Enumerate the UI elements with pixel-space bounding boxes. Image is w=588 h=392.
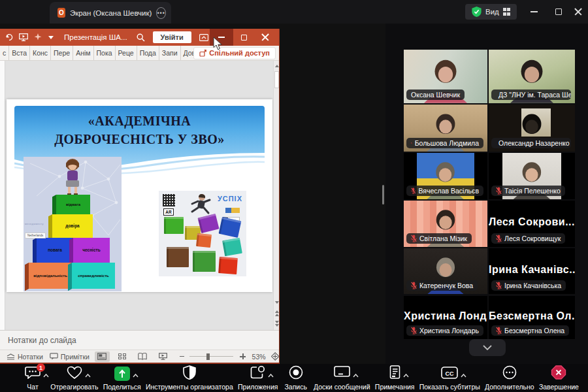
slide-sorter-view-button[interactable] <box>115 351 130 362</box>
participant-name-label: Леся Сокровищук <box>491 233 565 244</box>
zoom-in-button[interactable] <box>240 353 246 359</box>
undo-icon[interactable] <box>5 33 13 41</box>
participant-tile-2[interactable]: Большова Людмила <box>404 105 487 152</box>
ribbon-tab-2[interactable]: Конс <box>30 46 51 60</box>
toolbar-react-button[interactable]: Отреагировать <box>50 366 98 391</box>
ppt-close-button[interactable] <box>255 29 275 46</box>
zoom-slider-thumb[interactable] <box>206 353 210 360</box>
quick-access-toolbar-dropdown-icon[interactable] <box>48 36 54 39</box>
scroll-up-icon[interactable] <box>274 62 280 70</box>
ribbon-tab-6[interactable]: Реце <box>116 46 137 60</box>
chevron-up-icon[interactable] <box>353 368 359 380</box>
participant-tile-8[interactable]: Катеренчук Вова <box>404 248 487 294</box>
fit-slide-to-window-icon[interactable] <box>271 352 279 361</box>
toolbar-share-screen-button[interactable]: Поделиться <box>103 366 141 391</box>
ribbon-tab-0[interactable]: с <box>0 46 9 60</box>
previous-slide-icon[interactable] <box>274 309 280 317</box>
slide-thumbnail-panel-edge[interactable] <box>0 61 5 330</box>
slideshow-view-button[interactable] <box>155 351 171 362</box>
meeting-toolbar: 1ЧатОтреагироватьПоделитьсяИнструменты о… <box>0 364 588 392</box>
reading-view-button[interactable] <box>135 351 150 362</box>
participant-name-text: Большова Людмила <box>415 139 479 147</box>
chevron-up-icon[interactable] <box>85 368 91 380</box>
chevron-up-icon[interactable] <box>133 368 139 380</box>
ppt-minimize-button[interactable] <box>210 29 233 46</box>
search-icon[interactable] <box>137 33 145 42</box>
sign-in-button[interactable]: Увійти <box>153 31 191 43</box>
toolbar-host-tools-button[interactable]: Инструменты организатора <box>146 366 233 391</box>
participant-tile-9[interactable]: Ірина Качанівс...Ірина Качанівська <box>489 248 575 294</box>
normal-view-button[interactable] <box>95 351 110 362</box>
shared-screen-tab[interactable]: O Экран (Оксана Шевчик) ••• <box>50 2 171 24</box>
toolbar-end-button[interactable]: Завершение <box>539 366 579 391</box>
comments-toggle-button[interactable]: Примітки <box>50 353 90 361</box>
cube-4 <box>196 233 212 248</box>
scrollbar-thumb[interactable] <box>274 71 279 88</box>
window-minimize-button[interactable] <box>523 0 545 24</box>
toolbar-chat-button[interactable]: 1Чат <box>20 366 46 391</box>
share-screen-icon <box>114 367 130 381</box>
design-ideas-icon[interactable] <box>34 33 42 41</box>
share-access-button[interactable]: Спільний доступ <box>193 47 276 59</box>
powerpoint-app-icon: O <box>57 8 65 18</box>
toolbar-captions-button[interactable]: CCПоказать субтитры <box>419 366 480 391</box>
zoom-out-button[interactable] <box>180 356 185 357</box>
window-restore-button[interactable] <box>547 0 570 24</box>
ribbon-tab-3[interactable]: Пере <box>51 46 73 60</box>
chevron-up-icon[interactable] <box>268 368 274 380</box>
participant-tile-10[interactable]: Христина Лонд...Христина Лондарь <box>404 296 487 339</box>
participant-tile-6[interactable]: Світлана Мізик <box>404 201 487 247</box>
mic-muted-icon <box>496 327 502 335</box>
chevron-up-icon[interactable] <box>461 368 466 380</box>
participant-tile-5[interactable]: Таісія Пелешенко <box>489 153 575 199</box>
pyramid-block-1: довіра <box>52 214 93 238</box>
notes-toggle-button[interactable]: Нотатки <box>7 353 43 361</box>
share-icon <box>199 50 206 57</box>
participant-tile-1[interactable]: ДЗ "ЛНУ ім. Тараса Шевч... <box>489 50 575 103</box>
pyramid-block-0: відвага <box>56 195 90 214</box>
ribbon-tab-9[interactable]: Дові <box>181 46 194 60</box>
slide-canvas[interactable]: «АКАДЕМІЧНА ДОБРОЧЕСНІСТЬ У ЗВО» <box>7 99 272 292</box>
ribbon-tab-7[interactable]: Пода <box>137 46 159 60</box>
security-shield-icon <box>472 7 482 17</box>
participant-tile-4[interactable]: Вячеслав Васільєв <box>404 153 487 199</box>
toolbar-annotations-button[interactable]: Примечания <box>375 366 415 391</box>
zoom-percentage[interactable]: 53% <box>252 353 266 361</box>
ribbon-tab-1[interactable]: Вста <box>9 46 30 60</box>
ribbon-tab-8[interactable]: Запи <box>159 46 181 60</box>
chevron-up-icon[interactable] <box>403 368 409 380</box>
tab-more-options-icon[interactable]: ••• <box>156 7 166 19</box>
mic-muted-icon <box>411 282 417 289</box>
participant-name-text: Катеренчук Вова <box>419 282 473 289</box>
slide-vertical-scrollbar[interactable] <box>273 61 279 330</box>
chevron-up-icon[interactable] <box>43 368 49 380</box>
pyramid-block-2: повага <box>37 238 73 263</box>
participant-tile-3[interactable]: Олександр Назаренко <box>489 105 575 152</box>
toolbar-apps-button[interactable]: Приложения <box>238 366 278 391</box>
toolbar-whiteboards-button[interactable]: Доски сообщений <box>314 366 370 391</box>
zoom-slider[interactable] <box>189 356 233 357</box>
participant-tile-7[interactable]: Леся Сокрови...Леся Сокровищук <box>489 201 575 247</box>
gallery-scrollbar-thumb[interactable] <box>382 185 384 204</box>
participant-tile-11[interactable]: Безсмертна Ол...Безсмертна Олена <box>489 296 575 339</box>
notes-placeholder: Нотатки до слайда <box>8 336 76 345</box>
ribbon-display-options-icon[interactable] <box>199 34 208 41</box>
collapse-gallery-button[interactable] <box>469 339 506 356</box>
notes-pane[interactable]: Нотатки до слайда <box>0 330 279 350</box>
window-close-button[interactable] <box>567 0 588 24</box>
ribbon-tab-5[interactable]: Пока <box>94 46 116 60</box>
start-slideshow-icon[interactable] <box>19 33 28 41</box>
pyramid-block-3: чесність <box>73 238 110 263</box>
pyramid-caption-2: Netherlands <box>25 233 46 238</box>
toolbar-more-button[interactable]: Дополнительно <box>485 366 534 391</box>
ribbon-tab-4[interactable]: Анім <box>73 46 93 60</box>
toolbar-record-button[interactable]: Запись <box>283 366 309 391</box>
next-slide-icon[interactable] <box>274 319 280 327</box>
view-menu-button[interactable]: Вид <box>465 4 517 20</box>
ppt-restore-button[interactable] <box>235 29 254 46</box>
qr-code <box>163 194 175 206</box>
participant-name-text: Ірина Качанівська <box>504 282 561 289</box>
scroll-down-icon[interactable] <box>274 299 280 306</box>
participant-name-label: Большова Людмила <box>406 138 483 148</box>
participant-tile-0[interactable]: Оксана Шевчик <box>404 50 487 103</box>
